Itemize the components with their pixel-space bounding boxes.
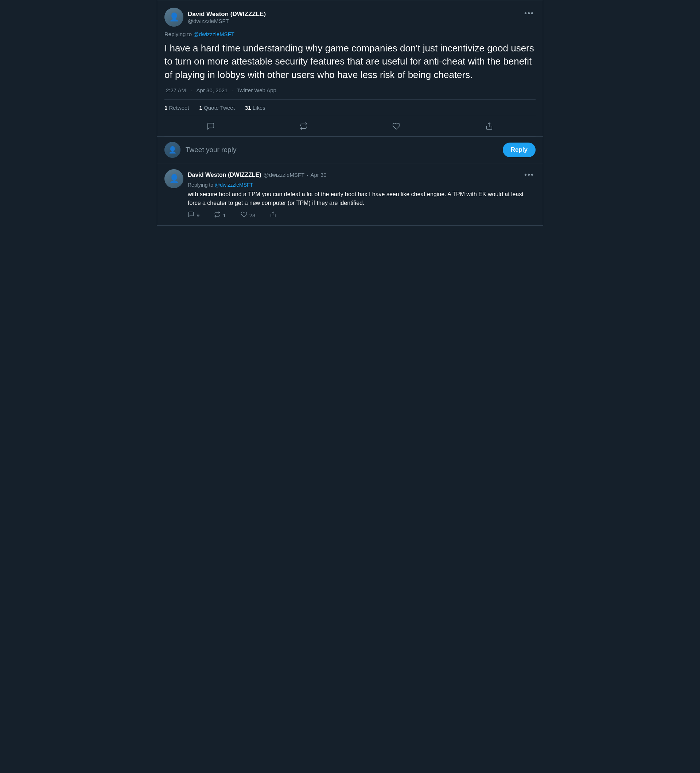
like-action-button[interactable] [386, 118, 406, 134]
likes-stat[interactable]: 31 Likes [245, 105, 265, 111]
retweets-stat[interactable]: 1 Retweet [164, 105, 189, 111]
actions-row [164, 116, 536, 137]
user-info: David Weston (DWIZZZLE) @dwizzzleMSFT [188, 11, 266, 24]
more-options-icon[interactable]: ••• [523, 8, 536, 19]
tweet-date: Apr 30, 2021 [197, 87, 228, 93]
reply-tweet-avatar: 👤 [164, 169, 183, 188]
reply-avatar: 👤 [164, 142, 181, 158]
reply-action-button[interactable] [201, 118, 220, 134]
share-icon [270, 211, 276, 219]
replying-to-handle[interactable]: @dwizzzleMSFT [193, 31, 235, 37]
reply-tweet-avatar-image: 👤 [164, 169, 183, 188]
retweet-icon [214, 211, 220, 219]
main-tweet: 👤 David Weston (DWIZZZLE) @dwizzzleMSFT … [157, 0, 543, 137]
stats-row: 1 Retweet 1 Quote Tweet 31 Likes [164, 99, 536, 116]
like-icon [241, 211, 247, 219]
tweet-container: 👤 David Weston (DWIZZZLE) @dwizzzleMSFT … [157, 0, 543, 226]
reply-comment-count: 9 [197, 212, 199, 219]
reply-input-area: 👤 Tweet your reply Reply [157, 137, 543, 163]
reply-more-options-icon[interactable]: ••• [523, 169, 536, 181]
reply-tweet-avatar-container: 👤 [164, 169, 183, 219]
tweet-time: 2:27 AM [166, 87, 186, 93]
reply-like-count: 23 [250, 212, 256, 219]
reply-display-name: David Weston (DWIZZZLE) [188, 172, 261, 178]
reply-retweet-action[interactable]: 1 [214, 211, 226, 219]
reply-replying-to-handle[interactable]: @dwizzzleMSFT [215, 182, 253, 188]
reply-username: @dwizzzleMSFT [263, 172, 304, 178]
quote-tweets-stat[interactable]: 1 Quote Tweet [199, 105, 235, 111]
reply-actions: 9 1 [188, 211, 536, 219]
tweet-body: I have a hard time understanding why gam… [164, 41, 536, 81]
reply-tweet: 👤 David Weston (DWIZZZLE) @dwizzzleMSFT … [157, 163, 543, 225]
replying-to: Replying to @dwizzzleMSFT [164, 31, 536, 37]
reply-tweet-header-left: David Weston (DWIZZZLE) @dwizzzleMSFT · … [188, 172, 327, 178]
avatar: 👤 [164, 8, 183, 26]
comment-icon [188, 211, 194, 219]
reply-replying-to: Replying to @dwizzzleMSFT [188, 182, 536, 188]
tweet-header-left: 👤 David Weston (DWIZZZLE) @dwizzzleMSFT [164, 8, 266, 26]
reply-retweet-count: 1 [223, 212, 226, 219]
username: @dwizzzleMSFT [188, 18, 266, 24]
reply-input-placeholder[interactable]: Tweet your reply [186, 146, 498, 154]
reply-avatar-image: 👤 [164, 142, 181, 158]
reply-like-action[interactable]: 23 [241, 211, 256, 219]
tweet-meta: 2:27 AM · Apr 30, 2021 · Twitter Web App [164, 87, 536, 93]
reply-share-action[interactable] [270, 211, 276, 219]
reply-comment-action[interactable]: 9 [188, 211, 199, 219]
tweet-header: 👤 David Weston (DWIZZZLE) @dwizzzleMSFT … [164, 8, 536, 26]
reply-body: with secure boot and a TPM you can defea… [188, 190, 536, 207]
display-name: David Weston (DWIZZZLE) [188, 11, 266, 18]
share-action-button[interactable] [480, 118, 499, 134]
avatar-image: 👤 [164, 8, 183, 26]
reply-tweet-header: David Weston (DWIZZZLE) @dwizzzleMSFT · … [188, 169, 536, 181]
reply-submit-button[interactable]: Reply [503, 143, 536, 157]
retweet-action-button[interactable] [294, 118, 314, 134]
reply-date: Apr 30 [310, 172, 326, 178]
reply-tweet-content: David Weston (DWIZZZLE) @dwizzzleMSFT · … [188, 169, 536, 219]
tweet-via[interactable]: Twitter Web App [237, 87, 276, 93]
